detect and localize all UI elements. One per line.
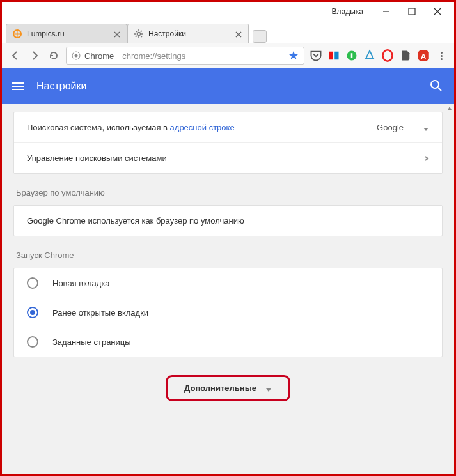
search-engine-text: Поисковая система, используемая в адресн…: [27, 123, 235, 132]
chevron-right-icon: [424, 153, 429, 163]
svg-line-31: [438, 88, 441, 91]
search-engine-card: Поисковая система, используемая в адресн…: [13, 112, 443, 174]
advanced-section: Дополнительные: [13, 375, 443, 401]
evernote-extension-icon[interactable]: [399, 49, 412, 62]
profile-user-label[interactable]: Владыка: [332, 7, 364, 16]
svg-text:A: A: [421, 52, 426, 60]
maximize-button[interactable]: [399, 3, 425, 20]
svg-marker-34: [448, 107, 452, 110]
default-browser-section-label: Браузер по умолчанию: [16, 188, 440, 197]
svg-rect-26: [351, 53, 353, 58]
hamburger-menu-button[interactable]: [12, 80, 25, 93]
radio-icon[interactable]: [27, 307, 38, 318]
tab-close-icon[interactable]: [235, 31, 242, 37]
extension-icon-4[interactable]: [363, 49, 376, 62]
startup-option-continue[interactable]: Ранее открытые вкладки: [14, 298, 442, 327]
gear-icon: [134, 29, 143, 38]
svg-point-27: [383, 50, 393, 61]
svg-rect-23: [329, 52, 333, 60]
bookmark-star-icon[interactable]: [288, 50, 299, 61]
tab-close-icon[interactable]: [114, 31, 120, 37]
startup-option-label: Новая вкладка: [52, 279, 110, 288]
extension-icon-2[interactable]: [327, 49, 340, 62]
extension-icon-3[interactable]: [345, 49, 358, 62]
svg-point-30: [431, 81, 439, 88]
svg-marker-33: [266, 388, 271, 392]
startup-option-label: Заданные страницы: [52, 337, 131, 347]
omnibox[interactable]: Chrome chrome://settings: [66, 47, 304, 65]
page-title: Настройки: [36, 81, 430, 92]
advanced-button-label: Дополнительные: [184, 383, 256, 393]
search-engine-selected[interactable]: Google: [377, 123, 404, 132]
close-window-button[interactable]: [425, 3, 450, 20]
omnibox-origin-label: Chrome: [84, 51, 114, 61]
svg-marker-32: [423, 128, 428, 131]
svg-rect-1: [409, 8, 415, 15]
pocket-extension-icon[interactable]: [310, 49, 322, 62]
startup-option-specific-pages[interactable]: Заданные страницы: [14, 327, 442, 357]
svg-line-16: [141, 31, 142, 32]
search-engine-row[interactable]: Поисковая система, используемая в адресн…: [14, 112, 442, 142]
toolbar: Chrome chrome://settings A: [2, 43, 454, 68]
tab-settings[interactable]: Настройки: [127, 24, 249, 43]
reload-button[interactable]: [47, 49, 61, 63]
svg-line-15: [141, 36, 142, 37]
address-bar-link[interactable]: адресной строке: [170, 123, 235, 132]
radio-icon[interactable]: [27, 336, 38, 348]
settings-appbar: Настройки: [2, 68, 454, 104]
svg-line-17: [136, 36, 137, 37]
tabstrip: Lumpics.ru Настройки: [2, 21, 454, 43]
opera-extension-icon[interactable]: [381, 49, 394, 62]
default-browser-status: Google Chrome используется как браузер п…: [14, 206, 442, 236]
default-browser-status-text: Google Chrome используется как браузер п…: [27, 216, 244, 226]
omnibox-separator: [118, 50, 118, 61]
chrome-page-icon: [72, 51, 81, 60]
manage-search-engines-label: Управление поисковыми системами: [27, 153, 167, 163]
svg-point-9: [138, 32, 141, 35]
scrollbar[interactable]: [445, 104, 454, 474]
startup-option-label: Ранее открытые вкладки: [52, 308, 148, 318]
forward-button[interactable]: [28, 49, 42, 63]
settings-page: Поисковая система, используемая в адресн…: [2, 104, 454, 474]
chevron-down-icon: [265, 385, 272, 392]
default-browser-card: Google Chrome используется как браузер п…: [13, 205, 443, 236]
radio-icon[interactable]: [27, 277, 38, 289]
svg-rect-24: [334, 52, 338, 60]
adblock-extension-icon[interactable]: A: [417, 49, 430, 62]
scroll-up-icon[interactable]: [445, 104, 454, 113]
tab-label: Настройки: [148, 29, 235, 38]
back-button[interactable]: [8, 49, 22, 63]
on-startup-card: Новая вкладка Ранее открытые вкладки Зад…: [13, 268, 443, 357]
startup-option-new-tab[interactable]: Новая вкладка: [14, 268, 442, 298]
on-startup-section-label: Запуск Chrome: [16, 250, 440, 260]
svg-marker-22: [289, 51, 298, 59]
dropdown-caret-icon[interactable]: [423, 125, 429, 131]
titlebar: Владыка: [2, 2, 454, 21]
minimize-button[interactable]: [373, 3, 399, 20]
manage-search-engines-row[interactable]: Управление поисковыми системами: [14, 142, 442, 173]
svg-line-14: [136, 31, 137, 32]
omnibox-url: chrome://settings: [122, 51, 288, 61]
lumpics-favicon: [13, 29, 22, 38]
search-settings-button[interactable]: [430, 79, 444, 93]
browser-menu-button[interactable]: [435, 49, 448, 62]
svg-point-21: [75, 54, 78, 58]
tab-lumpics[interactable]: Lumpics.ru: [6, 24, 127, 43]
tab-label: Lumpics.ru: [27, 29, 114, 38]
new-tab-button[interactable]: [253, 30, 267, 43]
advanced-toggle-button[interactable]: Дополнительные: [166, 375, 290, 401]
